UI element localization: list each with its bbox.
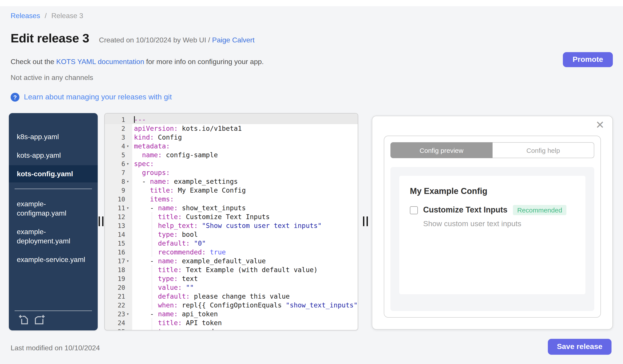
yaml-editor[interactable]: 1---2apiVersion: kots.io/v1beta13kind: C… — [104, 113, 358, 330]
fold-spacer — [125, 265, 132, 274]
breadcrumb-link-releases[interactable]: Releases — [11, 12, 40, 20]
code-line: 21 default: please change this value — [105, 292, 358, 301]
code-text: default: "0" — [132, 239, 358, 248]
code-text: recommended: true — [132, 248, 358, 257]
config-item-row: Customize Text Inputs Recommended — [410, 205, 575, 215]
new-folder-button[interactable] — [35, 315, 45, 325]
fold-toggle-icon[interactable]: ▾ — [125, 257, 132, 265]
created-author-link[interactable]: Paige Calvert — [212, 36, 254, 44]
code-line: 17▾ - name: example_default_value — [105, 257, 358, 265]
line-number: 7 — [105, 168, 125, 177]
workspace: k8s-app.yamlkots-app.yamlkots-config.yam… — [9, 113, 613, 330]
preview-panel: ✕ Config previewConfig help My Example C… — [372, 116, 613, 329]
code-line: 8▾ - name: example_settings — [105, 177, 358, 186]
code-line: 18 title: Text Example (with default val… — [105, 265, 358, 274]
fold-toggle-icon[interactable]: ▾ — [125, 310, 132, 319]
line-number: 10 — [105, 195, 125, 204]
line-number: 4 — [105, 142, 125, 151]
top-strip — [0, 0, 623, 6]
close-button[interactable]: ✕ — [596, 120, 604, 130]
line-number: 22 — [105, 301, 125, 310]
doc-link[interactable]: KOTS YAML documentation — [56, 58, 144, 65]
code-line: 11▾ - name: show_text_inputs — [105, 204, 358, 212]
code-line: 6▾spec: — [105, 160, 358, 168]
code-line: 7 groups: — [105, 168, 358, 177]
line-number: 23 — [105, 310, 125, 319]
promote-button[interactable]: Promote — [563, 52, 613, 67]
fold-toggle-icon[interactable]: ▾ — [125, 177, 132, 186]
code-line: 12 title: Customize Text Inputs — [105, 212, 358, 221]
code-text: title: Text Example (with default value) — [132, 265, 358, 274]
code-line: 2apiVersion: kots.io/v1beta1 — [105, 124, 358, 133]
tab-config-help[interactable]: Config help — [492, 142, 594, 158]
sidebar-file[interactable]: example-deployment.yaml — [9, 223, 98, 250]
preview-area: My Example Config Customize Text Inputs … — [390, 167, 594, 311]
page: Releases / Release 3 Edit release 3 Crea… — [0, 0, 623, 364]
fold-spacer — [125, 274, 132, 283]
fold-spacer — [125, 151, 132, 160]
code-line: 25 type: password — [105, 327, 358, 330]
doc-text-suffix: for more info on configuring your app. — [144, 58, 264, 65]
doc-info: Check out the KOTS YAML documentation fo… — [11, 58, 264, 66]
line-number: 19 — [105, 274, 125, 283]
last-modified: Last modified on 10/10/2024 — [11, 344, 100, 352]
sidebar-file[interactable]: kots-app.yaml — [9, 147, 98, 164]
sidebar-file[interactable]: example-configmap.yaml — [9, 195, 98, 222]
code-text: help_text: "Show custom user text inputs… — [132, 221, 358, 230]
code-line: 16 recommended: true — [105, 248, 358, 257]
tab-config-preview[interactable]: Config preview — [390, 142, 492, 158]
code-text: - name: example_default_value — [132, 257, 358, 265]
indent-guide — [152, 319, 152, 330]
code-text: metadata: — [132, 142, 358, 151]
fold-spacer — [125, 115, 132, 124]
new-folder-icon — [35, 315, 45, 325]
sidebar-editor-resize-handle[interactable] — [99, 217, 104, 226]
line-number: 3 — [105, 133, 125, 142]
new-file-button[interactable] — [19, 315, 29, 325]
fold-spacer — [125, 195, 132, 204]
created-info: Created on 10/10/2024 by Web UI / Paige … — [99, 36, 255, 46]
tabs: Config previewConfig help — [390, 142, 594, 158]
sidebar-file[interactable]: k8s-app.yaml — [9, 128, 98, 145]
code-line: 4▾metadata: — [105, 142, 358, 151]
code-line: 13 help_text: "Show custom user text inp… — [105, 221, 358, 230]
fold-spacer — [125, 133, 132, 142]
code-text: name: config-sample — [132, 151, 358, 160]
line-number: 13 — [105, 221, 125, 230]
breadcrumb-current: Release 3 — [51, 12, 83, 20]
created-text: Created on 10/10/2024 by Web UI / — [99, 36, 212, 44]
fold-spacer — [125, 168, 132, 177]
channel-status: Not active in any channels — [11, 74, 93, 82]
line-number: 16 — [105, 248, 125, 257]
code-text: title: Customize Text Inputs — [132, 212, 358, 221]
code-line: 20 value: "" — [105, 283, 358, 292]
fold-spacer — [125, 319, 132, 327]
preview-card: Config previewConfig help My Example Con… — [384, 136, 601, 318]
config-checkbox[interactable] — [410, 206, 418, 214]
fold-spacer — [125, 283, 132, 292]
code-line: 5 name: config-sample — [105, 151, 358, 160]
editor-preview-resize-handle[interactable] — [363, 217, 368, 226]
git-link[interactable]: Learn about managing your releases with … — [24, 93, 172, 101]
help-icon: ? — [11, 93, 20, 101]
code-text: title: API token — [132, 319, 358, 327]
line-number: 14 — [105, 230, 125, 239]
fold-toggle-icon[interactable]: ▾ — [125, 142, 132, 151]
sidebar-bottom — [15, 311, 92, 328]
line-number: 20 — [105, 283, 125, 292]
line-number: 9 — [105, 186, 125, 195]
fold-spacer — [125, 292, 132, 301]
line-number: 8 — [105, 177, 125, 186]
line-number: 17 — [105, 257, 125, 265]
fold-toggle-icon[interactable]: ▾ — [125, 160, 132, 168]
code-line: 10 items: — [105, 195, 358, 204]
save-release-button[interactable]: Save release — [548, 339, 611, 355]
line-number: 2 — [105, 124, 125, 133]
fold-toggle-icon[interactable]: ▾ — [125, 204, 132, 212]
sidebar-file[interactable]: example-service.yaml — [9, 251, 98, 268]
file-sidebar: k8s-app.yamlkots-app.yamlkots-config.yam… — [9, 113, 98, 330]
breadcrumb-separator: / — [45, 12, 47, 20]
sidebar-file[interactable]: kots-config.yaml — [9, 165, 98, 182]
code-text: default: please change this value — [132, 292, 358, 301]
code-text: - name: show_text_inputs — [132, 204, 358, 212]
